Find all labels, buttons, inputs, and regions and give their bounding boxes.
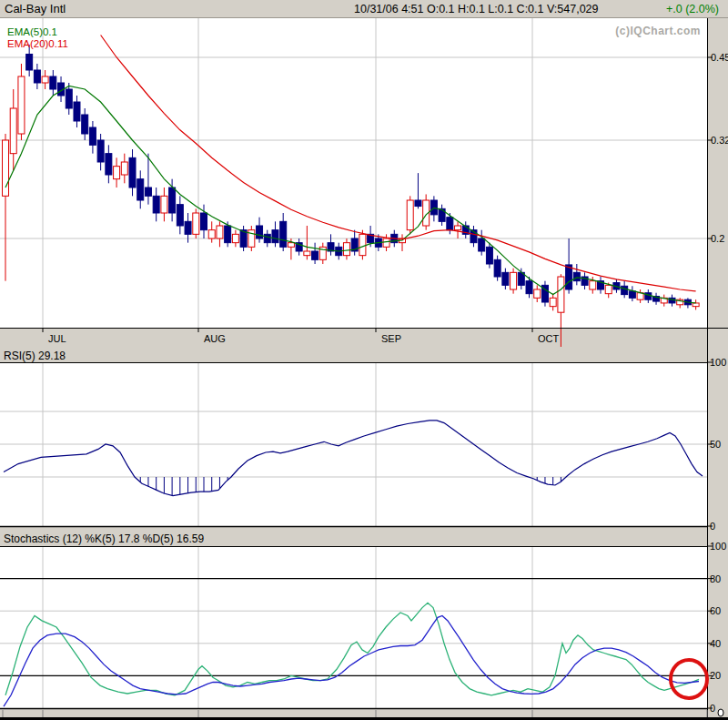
rsi-axis-label: 0 (710, 521, 715, 532)
stoch-axis-label: 100 (710, 541, 726, 552)
ema20-label: EMA(20)0.11 (7, 38, 68, 49)
month-label: JUL (48, 333, 66, 344)
chart-canvas[interactable]: 0.450.320.2JULAUGSEPOCT10050010080604020… (0, 0, 728, 720)
stoch-axis-label: 40 (710, 638, 721, 649)
stochastics-panel-label: Stochastics (12) %K(5) 17.8 %D(5) 16.59 (4, 532, 204, 545)
rsi-panel-label: RSI(5) 29.18 (4, 350, 66, 362)
month-label: SEP (381, 333, 401, 344)
price-axis-label: 0.32 (711, 135, 728, 146)
iqchart-window: Cal-Bay Intl 10/31/06 4:51 O:0.1 H:0.1 L… (0, 0, 728, 720)
iqchart-watermark: (c)IQChart.com (615, 25, 701, 37)
bottom-scrollbar[interactable] (0, 709, 728, 720)
stoch-axis-label: 80 (710, 573, 721, 584)
stoch-axis-label: 60 (710, 605, 721, 616)
scrollbar-thumb[interactable] (718, 709, 723, 716)
month-label: OCT (538, 333, 560, 344)
month-label: AUG (204, 333, 226, 344)
price-axis-label: 0.2 (711, 233, 724, 244)
rsi-axis-label: 50 (710, 439, 721, 450)
rsi-axis-label: 100 (710, 357, 726, 368)
stoch-axis-label: 0 (710, 703, 715, 714)
ema5-label: EMA(5)0.1 (7, 26, 57, 37)
price-axis-label: 0.45 (711, 52, 728, 63)
stoch-axis-label: 20 (710, 670, 721, 681)
